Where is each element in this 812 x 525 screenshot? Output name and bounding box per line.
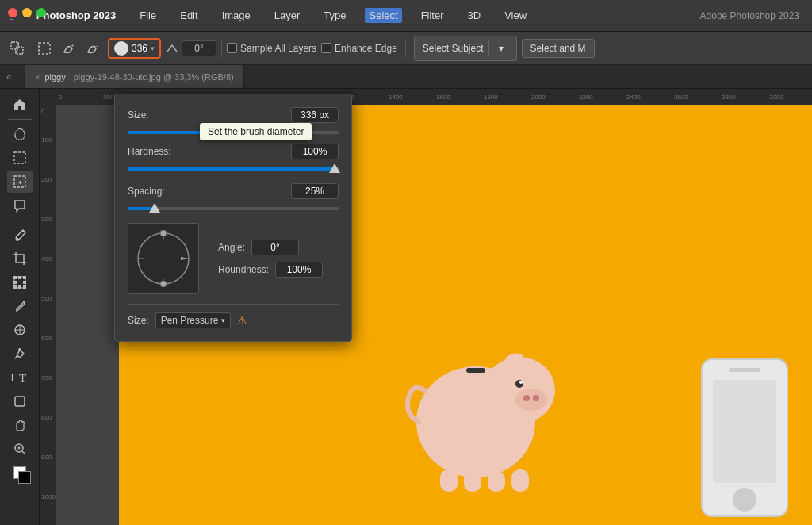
svg-point-35 [515, 389, 547, 411]
angle-input-group: 0° [166, 40, 216, 56]
menu-layer[interactable]: Layer [270, 8, 305, 23]
select-subject-arrow-icon[interactable]: ▾ [494, 40, 508, 57]
menu-bar:  Photoshop 2023 File Edit Image Layer T… [0, 0, 812, 32]
crop-tool-icon[interactable] [7, 247, 33, 270]
spacing-value-display[interactable]: 25% [291, 183, 339, 199]
select-subject-button[interactable]: Select Subject ▾ [414, 36, 517, 61]
spacing-row: Spacing: 25% [128, 183, 339, 199]
svg-text:T: T [19, 372, 26, 385]
divider-2 [405, 39, 406, 58]
spacing-slider-track[interactable] [128, 207, 339, 210]
healing-tool-icon[interactable] [7, 319, 33, 341]
maximize-button[interactable] [36, 8, 46, 17]
bottom-size-row: Size: Pen Pressure ▾ ⚠ [128, 304, 339, 328]
hand-tool-icon[interactable] [7, 414, 33, 436]
shape-tool-icon[interactable] [7, 390, 33, 412]
angle-value[interactable]: 0° [182, 40, 216, 56]
svg-point-36 [523, 395, 530, 401]
size-label: Size: [128, 109, 149, 121]
ruler-v-100: 100 [41, 136, 52, 144]
menu-select[interactable]: Select [365, 8, 401, 23]
tooltip-text: Set the brush diameter [208, 126, 304, 137]
brush-diameter-tooltip: Set the brush diameter [200, 123, 312, 140]
svg-text:✦: ✦ [17, 179, 22, 186]
left-toolbar: ✦ T T [0, 89, 40, 525]
roundness-value[interactable]: 100% [275, 262, 323, 278]
foreground-background-colors[interactable] [7, 465, 33, 487]
svg-rect-22 [18, 285, 21, 289]
angle-popup-value[interactable]: 0° [251, 240, 299, 255]
roundness-label: Roundness: [218, 264, 269, 275]
menu-edit[interactable]: Edit [175, 8, 202, 23]
pen-tool-icon[interactable] [7, 343, 33, 365]
spacing-slider-thumb-triangle[interactable] [149, 203, 160, 213]
tab-filename: piggy [44, 72, 65, 82]
hardness-slider-track[interactable] [128, 167, 339, 171]
transform-tool-icon[interactable] [7, 271, 33, 293]
brush-size-selector[interactable]: 336 ▾ [108, 38, 161, 59]
add-selection-button[interactable] [6, 37, 29, 59]
warning-icon: ⚠ [237, 314, 247, 327]
traffic-lights [8, 8, 46, 17]
zoom-tool-icon[interactable] [7, 438, 33, 460]
svg-rect-21 [23, 281, 26, 284]
close-button[interactable] [8, 8, 17, 17]
angle-input-row: Angle: 0° [218, 240, 339, 255]
annotation-tool-icon[interactable] [7, 194, 33, 217]
hardness-slider-thumb-triangle[interactable] [329, 163, 340, 173]
svg-rect-16 [23, 276, 26, 279]
pen-pressure-select[interactable]: Pen Pressure ▾ [155, 312, 232, 328]
spacing-label: Spacing: [128, 186, 165, 197]
size-value-display[interactable]: 336 px [291, 107, 339, 123]
phone-notch [729, 368, 760, 372]
menu-image[interactable]: Image [217, 8, 255, 23]
svg-rect-41 [466, 368, 485, 373]
svg-rect-19 [18, 276, 21, 279]
marquee-tool-icon[interactable] [7, 147, 33, 169]
add-to-selection-button[interactable]: + [57, 37, 79, 59]
size-row: Size: 336 px [128, 107, 339, 123]
phone-device-image [701, 358, 788, 517]
subtract-selection-button[interactable]: − [81, 37, 103, 59]
menu-3d[interactable]: 3D [463, 8, 486, 23]
sample-all-layers-label: Sample All Layers [240, 43, 316, 54]
select-and-mask-button[interactable]: Select and M [522, 39, 595, 58]
svg-rect-28 [15, 397, 25, 406]
ruler-h-2800: 2800 [722, 94, 736, 101]
select-subject-divider [488, 40, 489, 56]
sample-all-layers-checkbox[interactable] [227, 43, 237, 53]
minimize-button[interactable] [22, 8, 32, 17]
object-select-tool-icon[interactable]: ✦ [7, 171, 33, 193]
svg-rect-18 [23, 285, 26, 289]
panels-collapse-icon[interactable]: « [6, 71, 12, 82]
enhance-edge-checkbox[interactable] [321, 43, 331, 53]
document-tab[interactable]: × piggy piggy-19-48-30-utc.jpg @ 33,3% (… [25, 65, 244, 88]
ruler-h-1600: 1600 [436, 94, 450, 101]
roundness-input-row: Roundness: 100% [218, 262, 339, 278]
background-color[interactable] [18, 471, 31, 484]
ruler-v-0: 0 [41, 108, 44, 115]
eyedropper-tool-icon[interactable] [7, 295, 33, 317]
brush-tool-icon[interactable] [7, 224, 33, 246]
menu-file[interactable]: File [135, 8, 161, 23]
brush-shape-preview [128, 223, 199, 294]
type-tool-icon[interactable]: T T [7, 366, 33, 389]
ruler-v-800: 800 [41, 414, 52, 421]
home-tool-icon[interactable] [7, 94, 33, 116]
tab-close-icon[interactable]: × [35, 72, 40, 82]
marquee-button[interactable] [33, 37, 56, 59]
menu-filter[interactable]: Filter [416, 8, 449, 23]
svg-point-34 [484, 357, 555, 423]
toolbar-divider-1 [8, 119, 32, 120]
enhance-edge-group: Enhance Edge [321, 43, 397, 54]
hardness-value-display[interactable]: 100% [291, 144, 339, 159]
ruler-h-1400: 1400 [389, 94, 403, 101]
lasso-tool-icon[interactable] [7, 123, 33, 145]
select-and-label: Select and M [530, 43, 586, 54]
ruler-v-200: 200 [41, 176, 52, 183]
svg-point-26 [18, 348, 21, 351]
menu-view[interactable]: View [500, 8, 531, 23]
menu-type[interactable]: Type [319, 8, 350, 23]
angle-popup-label: Angle: [218, 242, 245, 253]
ruler-h-2200: 2200 [579, 94, 593, 101]
